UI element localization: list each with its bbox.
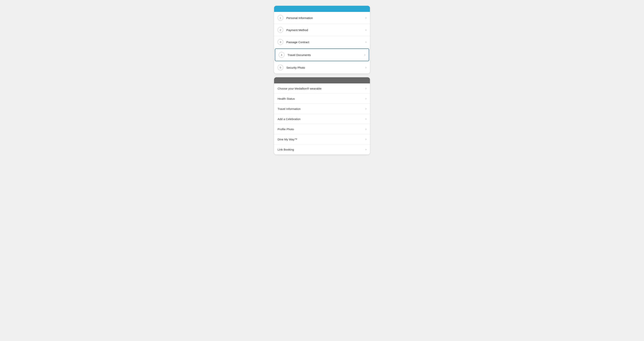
chevron-icon-4: ›	[364, 53, 365, 57]
required-item-2[interactable]: 2 Payment Method ›	[274, 24, 370, 36]
suggested-card: Choose your Medallion® wearable › Health…	[274, 77, 370, 154]
step-badge-5: 5	[278, 65, 283, 70]
required-item-label-4: Travel Documents	[288, 53, 364, 57]
required-item-label-2: Payment Method	[286, 28, 366, 32]
required-item-3[interactable]: 3 Passage Contract ›	[274, 36, 370, 48]
required-item-4[interactable]: 4 Travel Documents ›	[275, 49, 369, 61]
chevron-icon-3: ›	[366, 40, 366, 44]
suggested-item-1[interactable]: Health Status ›	[274, 94, 370, 104]
suggested-chevron-icon-6: ›	[366, 148, 366, 151]
required-item-5[interactable]: 5 Security Photo ›	[274, 62, 370, 74]
suggested-item-6[interactable]: Link Booking ›	[274, 144, 370, 154]
suggested-chevron-icon-4: ›	[366, 127, 366, 131]
required-item-label-3: Passage Contract	[286, 41, 366, 44]
step-badge-4: 4	[279, 52, 284, 58]
suggested-chevron-icon-3: ›	[366, 117, 366, 121]
suggested-chevron-icon-1: ›	[366, 97, 366, 100]
suggested-item-label-6: Link Booking	[278, 148, 366, 151]
suggested-item-label-0: Choose your Medallion® wearable	[278, 87, 366, 90]
main-container: 1 Personal Information › 2 Payment Metho…	[274, 6, 370, 158]
required-header	[274, 6, 370, 12]
suggested-chevron-icon-5: ›	[366, 138, 366, 141]
step-badge-1: 1	[278, 15, 283, 21]
suggested-item-5[interactable]: Dine My Way™ ›	[274, 134, 370, 144]
suggested-item-label-4: Profile Photo	[278, 128, 366, 131]
chevron-icon-5: ›	[366, 66, 366, 69]
suggested-item-label-5: Dine My Way™	[278, 138, 366, 141]
chevron-icon-1: ›	[366, 16, 366, 20]
chevron-icon-2: ›	[366, 28, 366, 32]
suggested-header	[274, 77, 370, 83]
required-card: 1 Personal Information › 2 Payment Metho…	[274, 6, 370, 74]
required-item-label-1: Personal Information	[286, 16, 366, 20]
suggested-item-3[interactable]: Add a Celebration ›	[274, 114, 370, 124]
suggested-list: Choose your Medallion® wearable › Health…	[274, 83, 370, 154]
suggested-item-label-2: Travel Information	[278, 107, 366, 111]
required-item-1[interactable]: 1 Personal Information ›	[274, 12, 370, 24]
suggested-item-label-1: Health Status	[278, 97, 366, 100]
suggested-item-0[interactable]: Choose your Medallion® wearable ›	[274, 83, 370, 94]
suggested-item-label-3: Add a Celebration	[278, 117, 366, 121]
suggested-chevron-icon-0: ›	[366, 87, 366, 90]
step-badge-3: 3	[278, 39, 283, 45]
suggested-chevron-icon-2: ›	[366, 107, 366, 111]
suggested-item-4[interactable]: Profile Photo ›	[274, 124, 370, 134]
required-list: 1 Personal Information › 2 Payment Metho…	[274, 12, 370, 74]
step-badge-2: 2	[278, 27, 283, 33]
required-item-label-5: Security Photo	[286, 66, 366, 69]
suggested-item-2[interactable]: Travel Information ›	[274, 104, 370, 114]
